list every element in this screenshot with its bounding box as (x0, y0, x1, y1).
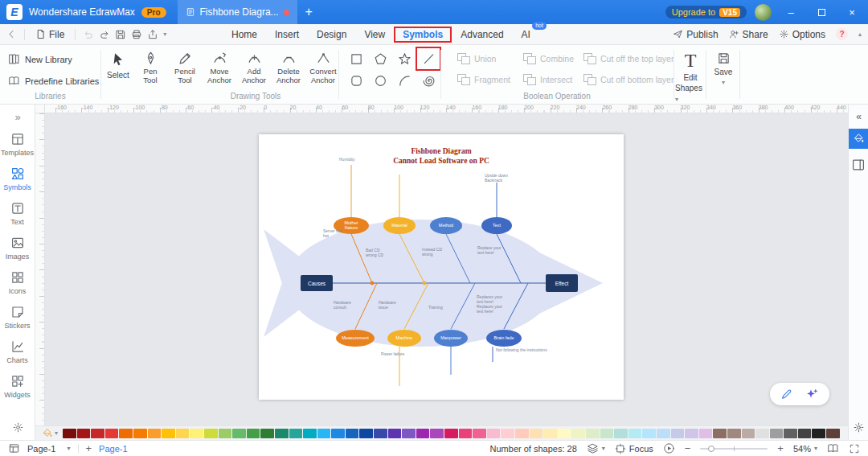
menu-tab-symbols[interactable]: Symbols (394, 27, 452, 43)
pages-overview-icon[interactable] (827, 442, 839, 454)
sidebar-item-charts[interactable]: Charts (0, 335, 35, 369)
color-swatch[interactable] (176, 429, 190, 438)
color-swatch[interactable] (63, 429, 76, 438)
color-swatch[interactable] (742, 429, 755, 438)
fullscreen-icon[interactable] (849, 443, 860, 454)
color-swatch[interactable] (459, 429, 473, 438)
diagram-annotation[interactable]: Power failure (381, 351, 404, 356)
color-swatch[interactable] (148, 429, 162, 438)
boolean-fragment-button[interactable]: Fragment (457, 74, 510, 84)
color-swatch[interactable] (402, 429, 416, 438)
canvas-settings-gear-icon[interactable] (849, 421, 868, 433)
menu-tab-home[interactable]: Home (223, 27, 266, 43)
color-swatch[interactable] (247, 429, 260, 438)
line-shape-icon[interactable] (418, 49, 439, 68)
select-tool-button[interactable]: Select (103, 51, 133, 80)
color-swatch[interactable] (162, 429, 175, 438)
page[interactable]: Fishbone Diagram Cannot Load Software on… (259, 134, 624, 400)
color-swatch[interactable] (812, 429, 825, 438)
color-swatch[interactable] (77, 429, 91, 438)
pencil-tool-button[interactable]: PencilTool (168, 51, 202, 85)
help-icon[interactable]: ? (836, 28, 848, 40)
diagram-annotation[interactable]: Replaces your text here! Replaces your t… (477, 294, 502, 314)
color-swatch[interactable] (91, 429, 104, 438)
diagram-annotation[interactable]: Server too hot (323, 228, 342, 238)
color-swatch[interactable] (303, 429, 317, 438)
options-button[interactable]: Options (779, 29, 825, 40)
edit-shapes-button[interactable]: T Edit Shapes ▾ (675, 48, 706, 105)
color-swatch[interactable] (289, 429, 303, 438)
delete-anchor-button[interactable]: DeleteAnchor (272, 51, 305, 85)
pen-tool-button[interactable]: PenTool (133, 51, 167, 85)
convert-anchor-button[interactable]: ConvertAnchor (306, 51, 340, 85)
ai-sparkle-button[interactable] (805, 387, 819, 401)
maximize-button[interactable] (810, 0, 833, 24)
diagram-annotation[interactable]: Hardware consult (334, 300, 351, 310)
predefine-libraries-button[interactable]: Predefine Libraries (8, 75, 99, 87)
save-button[interactable]: Save ▾ (709, 51, 738, 86)
arc-shape-icon[interactable] (394, 71, 415, 90)
color-swatch[interactable] (501, 429, 514, 438)
diagram-annotation[interactable]: Instead CD wrong (422, 247, 442, 257)
color-swatch[interactable] (713, 429, 727, 438)
color-swatch[interactable] (219, 429, 232, 438)
color-swatch[interactable] (642, 429, 656, 438)
sidebar-item-stickers[interactable]: Stickers (0, 300, 35, 335)
fill-panel-button[interactable] (849, 129, 868, 149)
print-icon[interactable] (131, 29, 142, 40)
color-swatch[interactable] (699, 429, 713, 438)
diagram-annotation[interactable]: Bad CD wrong CD (366, 248, 383, 257)
expand-sidebar-icon[interactable]: » (0, 111, 35, 123)
move-anchor-button[interactable]: MoveAnchor (203, 51, 236, 85)
toolbar-more-caret-icon[interactable]: ▾ (163, 31, 166, 38)
color-swatch[interactable] (798, 429, 812, 438)
color-swatch[interactable] (430, 429, 444, 438)
sidebar-item-symbols[interactable]: Symbols (0, 162, 35, 196)
share-button[interactable]: Share (729, 29, 768, 40)
menu-tab-design[interactable]: Design (308, 27, 355, 43)
canvas[interactable]: Fishbone Diagram Cannot Load Software on… (45, 113, 848, 425)
page-grid-icon[interactable] (8, 442, 20, 454)
color-swatch[interactable] (770, 429, 784, 438)
focus-toggle[interactable]: Focus (615, 443, 653, 454)
new-library-button[interactable]: New Library (8, 53, 72, 65)
redo-icon[interactable] (99, 29, 110, 40)
collapse-ribbon-icon[interactable]: ▴ (858, 31, 862, 38)
color-swatch[interactable] (600, 429, 614, 438)
diagram-annotation[interactable]: Not following the instructions (496, 347, 547, 352)
menu-tab-view[interactable]: View (355, 27, 394, 43)
avatar[interactable] (755, 4, 772, 21)
zoom-in-button[interactable]: + (777, 442, 784, 454)
back-icon[interactable] (6, 29, 17, 39)
layers-button[interactable]: ▾ (587, 442, 605, 454)
color-swatch[interactable] (755, 429, 769, 438)
sidebar-settings-gear-icon[interactable] (0, 421, 35, 433)
close-button[interactable]: × (841, 0, 863, 24)
star-shape-icon[interactable] (394, 49, 415, 68)
zoom-out-button[interactable]: − (685, 442, 691, 454)
color-swatch[interactable] (628, 429, 642, 438)
diagram-annotation[interactable]: Humidity (339, 157, 354, 162)
layout-panel-button[interactable] (851, 158, 866, 172)
sidebar-item-images[interactable]: Images (0, 231, 35, 265)
new-tab-button[interactable]: + (305, 5, 313, 19)
color-swatch[interactable] (727, 429, 741, 438)
color-swatch[interactable] (487, 429, 501, 438)
color-swatch[interactable] (388, 429, 402, 438)
color-swatch[interactable] (473, 429, 486, 438)
color-swatch[interactable] (317, 429, 331, 438)
zoom-level[interactable]: 54% ▾ (793, 444, 817, 454)
collapse-right-panel-icon[interactable]: « (849, 111, 868, 122)
spiral-shape-icon[interactable] (418, 71, 439, 90)
color-swatch[interactable] (571, 429, 585, 438)
boolean-cut-off-bottom-layer-button[interactable]: Cut off bottom layer (583, 74, 674, 84)
sidebar-item-text[interactable]: Text (0, 196, 35, 231)
add-page-button[interactable]: + (86, 442, 92, 454)
zoom-slider-handle[interactable] (708, 446, 714, 452)
color-swatch[interactable] (119, 429, 133, 438)
document-tab[interactable]: Fishbone Diagra... (178, 0, 297, 24)
diagram-annotation[interactable]: Hardware issue (379, 300, 396, 310)
file-menu[interactable]: File (32, 29, 68, 40)
color-swatch[interactable] (515, 429, 529, 438)
fill-color-tool[interactable]: ▾ (42, 428, 58, 439)
